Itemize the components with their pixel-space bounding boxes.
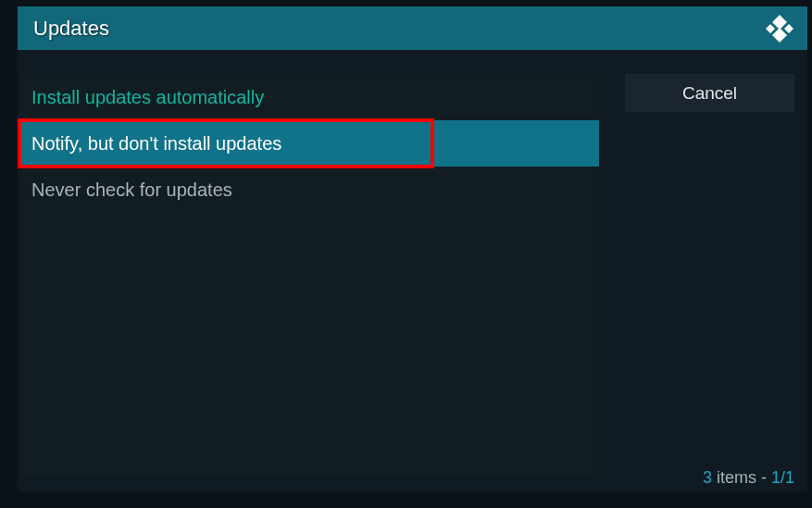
content-area: Install updates automatically Notify, bu… (18, 50, 807, 491)
status-count: 3 (703, 468, 712, 487)
option-label: Never check for updates (31, 180, 232, 201)
cancel-button[interactable]: Cancel (625, 74, 794, 112)
option-never-check[interactable]: Never check for updates (20, 167, 599, 213)
cancel-label: Cancel (682, 83, 737, 104)
option-label: Notify, but don't install updates (31, 133, 281, 155)
status-bar: 3 items - 1/1 (703, 468, 794, 488)
option-label: Install updates automatically (31, 87, 264, 108)
dialog-header: Updates (18, 6, 807, 50)
option-notify-only[interactable]: Notify, but don't install updates (20, 120, 599, 167)
dialog-title: Updates (33, 17, 109, 41)
kodi-logo-icon (765, 14, 794, 43)
option-install-auto[interactable]: Install updates automatically (20, 74, 599, 120)
updates-dialog: Updates Install updates automatically No… (18, 6, 807, 491)
options-list: Install updates automatically Notify, bu… (20, 74, 599, 476)
status-page: 1/1 (771, 468, 794, 487)
status-items-label: items - (712, 468, 771, 487)
